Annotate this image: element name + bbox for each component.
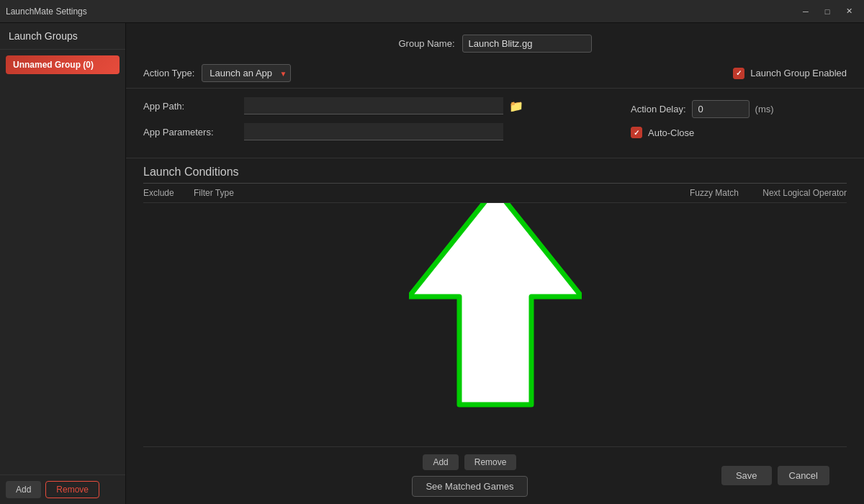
sidebar-add-button[interactable]: Add bbox=[6, 481, 41, 498]
action-delay-input[interactable] bbox=[692, 100, 750, 118]
two-column-layout: App Path: 📁 App Parameters: Action Delay… bbox=[143, 97, 847, 149]
title-bar: LaunchMate Settings ─ □ ✕ bbox=[0, 0, 864, 23]
folder-browse-button[interactable]: 📁 bbox=[509, 99, 523, 113]
conditions-add-button[interactable]: Add bbox=[423, 454, 458, 470]
group-name-row: Group Name: bbox=[143, 35, 847, 53]
action-type-label: Action Type: bbox=[143, 68, 194, 78]
action-type-group: Action Type: Launch an App ▼ bbox=[143, 64, 291, 82]
minimize-button[interactable]: ─ bbox=[796, 4, 815, 19]
conditions-body bbox=[143, 203, 847, 446]
ms-label: (ms) bbox=[755, 104, 774, 114]
top-section: Group Name: Action Type: Launch an App ▼… bbox=[126, 23, 864, 89]
app-path-input[interactable] bbox=[244, 97, 503, 114]
sidebar-header: Launch Groups bbox=[0, 23, 125, 50]
left-fields: App Path: 📁 App Parameters: bbox=[143, 97, 616, 149]
sidebar: Launch Groups Unnamed Group (0) Add Remo… bbox=[0, 23, 126, 504]
col-exclude-header: Exclude bbox=[143, 188, 194, 198]
auto-close-checkbox[interactable] bbox=[631, 127, 642, 138]
maximize-button[interactable]: □ bbox=[818, 4, 837, 19]
col-filter-type-header: Filter Type bbox=[194, 188, 667, 198]
see-matched-games-button[interactable]: See Matched Games bbox=[412, 476, 527, 497]
middle-section: App Path: 📁 App Parameters: Action Delay… bbox=[126, 89, 864, 158]
window-controls: ─ □ ✕ bbox=[796, 4, 858, 19]
window-title: LaunchMate Settings bbox=[6, 6, 87, 17]
launch-enabled-checkbox[interactable] bbox=[733, 68, 744, 79]
bottom-right: Save Cancel bbox=[721, 466, 829, 485]
group-name-input[interactable] bbox=[462, 35, 592, 53]
group-name-label: Group Name: bbox=[398, 38, 454, 49]
sidebar-footer: Add Remove bbox=[0, 474, 125, 504]
conditions-remove-button[interactable]: Remove bbox=[464, 454, 517, 470]
bottom-bar: Add Remove See Matched Games Save Cancel bbox=[143, 446, 847, 504]
big-arrow-icon bbox=[409, 203, 582, 412]
action-type-dropdown-wrapper: Launch an App ▼ bbox=[202, 64, 291, 82]
close-button[interactable]: ✕ bbox=[840, 4, 858, 19]
app-path-row: App Path: 📁 bbox=[143, 97, 616, 114]
launch-enabled-label: Launch Group Enabled bbox=[750, 68, 847, 78]
launch-conditions-title: Launch Conditions bbox=[143, 166, 239, 179]
save-button[interactable]: Save bbox=[721, 466, 772, 485]
svg-marker-0 bbox=[409, 203, 582, 405]
app-parameters-input[interactable] bbox=[244, 123, 503, 140]
auto-close-group: Auto-Close bbox=[631, 127, 847, 138]
launch-conditions-header: Launch Conditions bbox=[143, 158, 847, 184]
action-delay-group: Action Delay: (ms) bbox=[631, 100, 847, 118]
app-path-label: App Path: bbox=[143, 101, 244, 112]
action-type-select[interactable]: Launch an App bbox=[202, 64, 291, 82]
bottom-center: Add Remove See Matched Games bbox=[412, 454, 527, 497]
right-fields: Action Delay: (ms) Auto-Close bbox=[616, 97, 847, 149]
app-parameters-row: App Parameters: bbox=[143, 123, 616, 140]
big-arrow-container bbox=[143, 203, 847, 446]
cancel-button[interactable]: Cancel bbox=[778, 466, 829, 485]
sidebar-remove-button[interactable]: Remove bbox=[45, 481, 99, 498]
launch-conditions-section: Launch Conditions Exclude Filter Type Fu… bbox=[126, 158, 864, 504]
sidebar-content: Unnamed Group (0) bbox=[0, 50, 125, 474]
auto-close-label: Auto-Close bbox=[648, 127, 694, 138]
action-row: Action Type: Launch an App ▼ Launch Grou… bbox=[143, 64, 847, 82]
main-layout: Launch Groups Unnamed Group (0) Add Remo… bbox=[0, 23, 864, 504]
conditions-table-header: Exclude Filter Type Fuzzy Match Next Log… bbox=[143, 184, 847, 203]
app-parameters-label: App Parameters: bbox=[143, 127, 244, 138]
content-area: Group Name: Action Type: Launch an App ▼… bbox=[126, 23, 864, 504]
col-next-logical-header: Next Logical Operator bbox=[739, 188, 847, 198]
sidebar-item-unnamed-group[interactable]: Unnamed Group (0) bbox=[6, 55, 120, 74]
action-delay-label: Action Delay: bbox=[631, 104, 686, 114]
col-fuzzy-header: Fuzzy Match bbox=[667, 188, 739, 198]
launch-enabled-group: Launch Group Enabled bbox=[733, 68, 847, 79]
conditions-btn-row: Add Remove bbox=[423, 454, 516, 470]
